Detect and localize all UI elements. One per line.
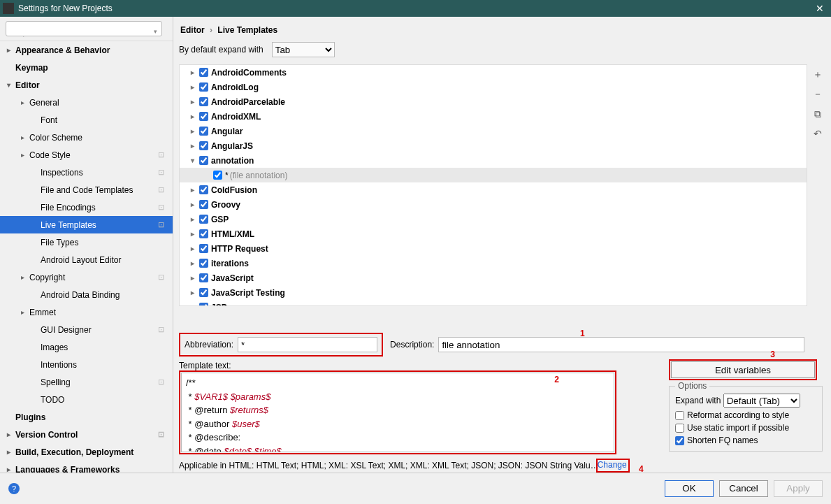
template-group[interactable]: ▸JSP xyxy=(180,300,807,306)
sidebar-item[interactable]: Intentions xyxy=(0,356,173,373)
template-text-input[interactable]: /** * $VAR1$ $params$ * @return $returns… xyxy=(181,373,614,452)
expand-with-select[interactable]: Default (Tab) xyxy=(723,394,800,408)
sidebar-item-label: Version Control xyxy=(15,430,78,440)
options-legend: Options xyxy=(675,381,709,391)
chevron-icon: ▸ xyxy=(191,303,199,306)
leaf-desc: (file annotation) xyxy=(230,171,288,180)
description-input[interactable] xyxy=(438,337,804,352)
sidebar-item[interactable]: Android Layout Editor xyxy=(0,251,173,268)
template-group[interactable]: ▸GSP xyxy=(180,212,807,226)
group-checkbox[interactable] xyxy=(199,156,208,165)
sidebar-item[interactable]: ▸Copyright⊡ xyxy=(0,268,173,286)
chevron-icon: ▸ xyxy=(21,99,29,106)
group-checkbox[interactable] xyxy=(199,97,208,106)
sidebar-item[interactable]: ▸Languages & Frameworks xyxy=(0,461,173,473)
leaf-checkbox[interactable] xyxy=(213,171,222,180)
sidebar-item[interactable]: ▸Appearance & Behavior xyxy=(0,41,173,59)
sidebar-item[interactable]: ▸Color Scheme xyxy=(0,129,173,146)
add-icon[interactable]: ＋ xyxy=(811,69,824,81)
sidebar-item[interactable]: ▸Build, Execution, Deployment xyxy=(0,443,173,461)
group-checkbox[interactable] xyxy=(199,229,208,238)
opt-static-checkbox[interactable] xyxy=(675,424,684,433)
group-checkbox[interactable] xyxy=(199,288,208,297)
sidebar-item[interactable]: ▸Version Control⊡ xyxy=(0,426,173,443)
group-label: iterations xyxy=(211,259,249,268)
sidebar-item-label: Inspections xyxy=(41,168,83,178)
sidebar-item[interactable]: Live Templates⊡ xyxy=(0,216,173,233)
group-checkbox[interactable] xyxy=(199,259,208,268)
scope-icon: ⊡ xyxy=(158,377,164,387)
group-checkbox[interactable] xyxy=(199,200,208,209)
template-leaf[interactable]: * (file annotation) xyxy=(180,168,807,182)
sidebar-item[interactable]: ▸Emmet xyxy=(0,303,173,321)
opt-reformat-checkbox[interactable] xyxy=(675,411,684,420)
sidebar-item[interactable]: Android Data Binding xyxy=(0,286,173,303)
template-group[interactable]: ▸ColdFusion xyxy=(180,182,807,197)
help-icon[interactable]: ? xyxy=(8,483,20,494)
sidebar-item[interactable]: ▸Code Style⊡ xyxy=(0,146,173,164)
template-group[interactable]: ▸AndroidComments xyxy=(180,65,807,80)
group-checkbox[interactable] xyxy=(199,303,208,306)
sidebar-item-label: Appearance & Behavior xyxy=(15,45,110,55)
template-group[interactable]: ▸Groovy xyxy=(180,197,807,212)
sidebar-item[interactable]: Plugins xyxy=(0,408,173,426)
abbreviation-input[interactable] xyxy=(238,337,377,352)
remove-icon[interactable]: － xyxy=(811,88,824,101)
group-checkbox[interactable] xyxy=(199,112,208,121)
sidebar-item[interactable]: TODO xyxy=(0,391,173,408)
sidebar-item[interactable]: Font xyxy=(0,111,173,129)
group-checkbox[interactable] xyxy=(199,215,208,224)
group-checkbox[interactable] xyxy=(199,273,208,282)
group-checkbox[interactable] xyxy=(199,185,208,194)
revert-icon[interactable]: ↶ xyxy=(811,127,824,140)
template-group[interactable]: ▸Angular xyxy=(180,124,807,138)
group-checkbox[interactable] xyxy=(199,82,208,92)
chevron-icon: ▸ xyxy=(191,289,199,296)
sidebar-item[interactable]: GUI Designer⊡ xyxy=(0,321,173,338)
sidebar-item[interactable]: File and Code Templates⊡ xyxy=(0,181,173,199)
template-group[interactable]: ▸HTTP Request xyxy=(180,241,807,256)
template-groups[interactable]: ▸AndroidComments▸AndroidLog▸AndroidParce… xyxy=(179,64,807,306)
template-group[interactable]: ▾annotation xyxy=(180,153,807,168)
change-link[interactable]: Change xyxy=(598,460,627,470)
template-group[interactable]: ▸JavaScript Testing xyxy=(180,285,807,300)
cancel-button[interactable]: Cancel xyxy=(719,480,768,497)
copy-icon[interactable]: ⧉ xyxy=(811,108,824,120)
sidebar-item[interactable]: File Types xyxy=(0,233,173,251)
chevron-icon: ▸ xyxy=(191,201,199,208)
sidebar-item-label: File Encodings xyxy=(41,203,96,213)
group-checkbox[interactable] xyxy=(199,244,208,253)
sidebar-item[interactable]: Keymap xyxy=(0,59,173,76)
sidebar-item[interactable]: Spelling⊡ xyxy=(0,373,173,391)
sidebar-item[interactable]: Images xyxy=(0,338,173,356)
close-icon[interactable]: ✕ xyxy=(811,3,828,14)
template-group[interactable]: ▸HTML/XML xyxy=(180,226,807,241)
group-checkbox[interactable] xyxy=(199,141,208,150)
template-group[interactable]: ▸AndroidXML xyxy=(180,109,807,124)
sidebar-item[interactable]: ▸General xyxy=(0,94,173,111)
breadcrumb: Editor › Live Templates xyxy=(179,22,828,42)
template-group[interactable]: ▸iterations xyxy=(180,256,807,271)
chevron-icon: ▸ xyxy=(191,230,199,238)
expand-select[interactable]: Tab xyxy=(272,42,335,57)
group-checkbox[interactable] xyxy=(199,68,208,77)
window-title: Settings for New Projects xyxy=(18,3,811,13)
search-input[interactable] xyxy=(6,21,162,36)
template-group[interactable]: ▸AndroidLog xyxy=(180,80,807,94)
chevron-icon: ▸ xyxy=(7,46,15,54)
opt-shorten-checkbox[interactable] xyxy=(675,436,684,445)
sidebar-item[interactable]: File Encodings⊡ xyxy=(0,199,173,216)
breadcrumb-parent[interactable]: Editor xyxy=(180,25,205,35)
apply-button: Apply xyxy=(774,480,823,497)
template-group[interactable]: ▸JavaScript xyxy=(180,271,807,285)
template-group[interactable]: ▸AngularJS xyxy=(180,138,807,153)
edit-variables-button[interactable]: Edit variables xyxy=(671,361,815,378)
group-checkbox[interactable] xyxy=(199,127,208,136)
template-group[interactable]: ▸AndroidParcelable xyxy=(180,94,807,109)
sidebar-item-label: General xyxy=(29,98,59,108)
group-label: ColdFusion xyxy=(211,185,257,195)
sidebar-item[interactable]: ▾Editor xyxy=(0,76,173,94)
dropdown-icon[interactable]: ▾ xyxy=(154,28,157,35)
ok-button[interactable]: OK xyxy=(665,480,714,497)
sidebar-item[interactable]: Inspections⊡ xyxy=(0,164,173,181)
